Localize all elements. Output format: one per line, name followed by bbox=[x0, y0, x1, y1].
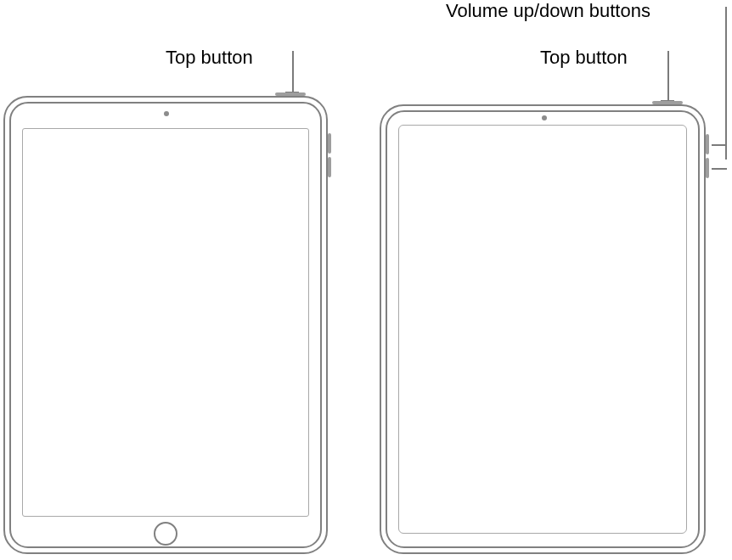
volume-up-button bbox=[706, 134, 709, 154]
volume-down-button bbox=[706, 158, 709, 178]
ipad-screen bbox=[398, 125, 687, 534]
side-button-left-2 bbox=[328, 157, 331, 177]
label-top-button-left: Top button bbox=[166, 47, 253, 69]
callout-line bbox=[292, 51, 294, 92]
front-camera-icon bbox=[542, 115, 547, 120]
label-volume-buttons: Volume up/down buttons bbox=[446, 0, 650, 22]
callout-line bbox=[712, 168, 727, 170]
callout-line bbox=[712, 144, 727, 146]
home-button bbox=[154, 522, 177, 546]
callout-line bbox=[667, 51, 669, 100]
label-top-button-right: Top button bbox=[540, 47, 628, 69]
top-button-right bbox=[652, 101, 683, 104]
ipad-screen bbox=[22, 128, 309, 517]
ipad-right bbox=[380, 104, 706, 554]
callout-line bbox=[725, 7, 727, 160]
top-button-left bbox=[275, 92, 306, 96]
ipad-left bbox=[3, 96, 328, 554]
front-camera-icon bbox=[164, 111, 169, 116]
side-button-left-1 bbox=[328, 133, 331, 154]
